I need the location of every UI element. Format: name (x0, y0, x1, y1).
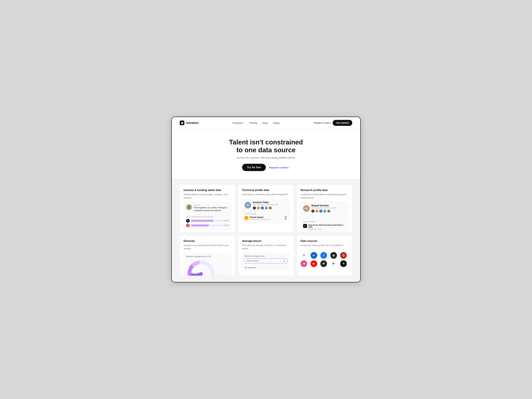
cards-section: Investor & funding talent data Identify … (172, 179, 360, 282)
research-profile-info: Raquel Dominic San Francisco, California… (311, 204, 337, 213)
email-icon: ✉ (265, 207, 268, 209)
card-tenure: Average tenure Find talent by average, m… (238, 235, 294, 276)
medium-icon[interactable]: M (320, 260, 327, 267)
notification-text: Just now Find engineers at a series A th… (194, 204, 229, 212)
card-technical-desc: View Github contribution data within Peo… (242, 193, 290, 196)
research-section-label (303, 216, 308, 218)
hero-subtext: Access 30+ sources, with more being adde… (180, 156, 352, 159)
tenure-select-wrap: Minimum average tenure Select tenure ▲ (242, 253, 290, 265)
youtube-icon[interactable]: ▶ (310, 260, 317, 267)
avatar: DF (245, 202, 251, 209)
tech-person-contrib: Contributions this year: 891 (250, 218, 282, 220)
card-technical-title: Technical profile data (242, 189, 290, 192)
paper-title: How AI has improved job prospecting in 2… (308, 224, 346, 228)
wellfound-icon[interactable]: W: (330, 260, 337, 267)
employer-bar-2 (191, 224, 209, 226)
tech-person-row: 🔥 Patrick Salami Contributions this year… (245, 216, 287, 220)
tech-person-name: Patrick Salami (250, 216, 282, 218)
card-technical: Technical profile data View Github contr… (238, 184, 294, 232)
research-paper-row (301, 215, 348, 221)
avatar: RD (303, 205, 310, 212)
phone-icon: 📞 (269, 207, 272, 209)
notification-message: Find engineers at a series A through C c… (194, 206, 229, 212)
research-paper-section: Research profile 🎓 How AI has improved j… (301, 221, 348, 232)
navbar: ▣ Juicebox Products ▾ Pricing Docs (172, 117, 360, 129)
tenure-select-value: Select tenure (247, 260, 259, 262)
tenure-select-dropdown[interactable]: Select tenure ▲ (245, 258, 287, 263)
card-tenure-desc: Find talent by average, minimum, or maxi… (242, 244, 290, 250)
linkedin-icon: in (261, 207, 264, 209)
nav-link-pricing[interactable]: Pricing (250, 121, 257, 124)
card-tenure-inner: Minimum average tenure Select tenure ▲ N… (242, 253, 290, 270)
card-diversity: Diversity Increase your diversity and mo… (180, 235, 235, 276)
employer-row: P 45 (5%) (186, 219, 229, 223)
paper-row: 🎓 How AI has improved job prospecting in… (303, 224, 346, 230)
nav-item-docs[interactable]: Docs (262, 121, 268, 124)
profile-header: DF Dominic Fabio San Francisco, Californ… (242, 199, 290, 211)
facebook-icon[interactable]: f (320, 252, 327, 259)
linkedin-icon: in (319, 210, 322, 213)
card-diversity-inner: Minimum average tenure in SF (184, 253, 231, 276)
nav-item-products[interactable]: Products ▾ (233, 121, 244, 124)
logo-text: Juicebox (186, 121, 199, 125)
card-tenure-title: Average tenure (242, 240, 290, 243)
request-demo-nav-button[interactable]: Request a demo (314, 121, 331, 124)
github-icon: ⊙ (311, 210, 314, 213)
request-demo-hero-button[interactable]: Request a demo › (269, 166, 290, 169)
dribbble-icon[interactable]: ⊕ (301, 260, 307, 267)
nav-item-pricing[interactable]: Pricing (250, 121, 257, 124)
hero-headline: Talent isn't constrained to one data sou… (180, 138, 352, 154)
tech-profile-body: Technical profile 🔥 Patrick Salami Contr… (242, 211, 290, 223)
x-icon[interactable]: ✕ (340, 260, 347, 267)
notification-time: Just now (194, 204, 229, 206)
card-diversity-desc: Increase your diversity and monitor bias… (184, 244, 231, 250)
research-profile-header: RD Raquel Dominic San Francisco, Califor… (301, 202, 348, 215)
github-icon: ⊙ (253, 207, 256, 209)
tech-profile-label: Technical profile (245, 213, 287, 215)
tenure-option-no-minimum[interactable]: No minimum (242, 265, 290, 270)
employer-bar-wrap-1 (191, 220, 222, 222)
hero-buttons: Try for free Request a demo › (180, 164, 352, 171)
profile-location: San Francisco, California, USA (253, 204, 278, 206)
hero-section: Talent isn't constrained to one data sou… (172, 129, 360, 179)
investor-notification: 👤 Just now Find engineers at a series A … (184, 202, 231, 214)
get-started-button[interactable]: Get started (333, 120, 352, 126)
linkedin-icon[interactable]: in (310, 252, 317, 259)
nav-link-docs[interactable]: Docs (262, 121, 268, 124)
card-technical-inner: DF Dominic Fabio San Francisco, Californ… (242, 199, 290, 223)
tech-person-info: Patrick Salami Contributions this year: … (250, 216, 282, 220)
donut-chart-wrap: Minimum average tenure in SF (184, 253, 231, 276)
employer-icon-2: A (186, 224, 190, 227)
stackoverflow-icon: S (315, 210, 318, 213)
quora-icon[interactable]: Q (340, 252, 347, 259)
card-research-inner: RD Raquel Dominic San Francisco, Califor… (301, 202, 348, 232)
cards-grid: Investor & funding talent data Identify … (180, 184, 352, 276)
donut-chart (186, 259, 216, 276)
nav-link-news[interactable]: News (273, 121, 280, 124)
browser-frame: ▣ Juicebox Products ▾ Pricing Docs (171, 117, 361, 282)
stackoverflow-icon: S (257, 207, 260, 209)
nav-links: Products ▾ Pricing Docs News (233, 121, 280, 124)
research-profile-location: San Francisco, California, USA (311, 207, 337, 209)
card-investor-inner: 👤 Just now Find engineers at a series A … (184, 202, 231, 230)
medal-icon: 🏅 (284, 216, 287, 220)
email-icon: ✉ (323, 210, 326, 213)
research-profile-label: Research profile (303, 221, 346, 223)
card-research: Research profile data Conference present… (297, 184, 352, 232)
try-for-free-button[interactable]: Try for free (242, 164, 266, 171)
avatar: 👤 (186, 204, 192, 210)
profile-info: Dominic Fabio San Francisco, California,… (253, 201, 278, 209)
card-diversity-title: Diversity (184, 240, 231, 243)
nav-link-products[interactable]: Products ▾ (233, 121, 244, 124)
google-icon[interactable]: G (301, 252, 307, 259)
nav-item-news[interactable]: News (273, 121, 280, 124)
github-icon[interactable]: ⌾ (330, 252, 337, 259)
card-investor-desc: Identify talent by funding stage, invest… (184, 193, 231, 199)
logo-icon: ▣ (180, 120, 184, 125)
chevron-up-icon: ▲ (283, 260, 285, 262)
sources-icons-grid: G in f ⌾ Q ⊕ ▶ M W: ✕ (301, 250, 348, 268)
employer-icon-1: P (186, 219, 190, 223)
card-research-desc: Conference presentations and published p… (301, 193, 348, 199)
logo[interactable]: ▣ Juicebox (180, 120, 199, 125)
paper-year: Published in 2024 (308, 228, 346, 230)
